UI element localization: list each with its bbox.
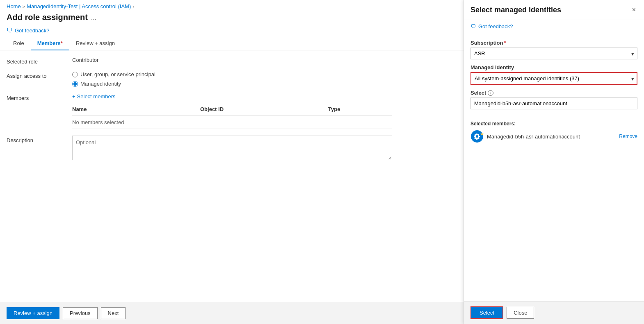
breadcrumb-sep-2: › [132,4,134,9]
feedback-bar[interactable]: 🗨 Got feedback? [0,25,464,37]
col-name: Name [72,104,200,114]
subscription-select[interactable]: ASR [470,48,637,59]
subscription-select-wrapper: ASR [470,48,637,59]
selected-members-title: Selected members: [470,121,637,127]
select-members-link[interactable]: + Select members [72,93,457,100]
radio-user-group-label: User, group, or service principal [80,71,155,77]
tab-members[interactable]: Members* [31,37,69,50]
radio-user-group-input[interactable] [72,72,78,77]
radio-managed-identity[interactable]: Managed identity [72,81,457,87]
panel-close-btn[interactable]: Close [507,307,534,319]
panel-select-button[interactable]: Select [470,306,503,319]
assign-access-row: Assign access to User, group, or service… [7,71,457,87]
members-label: Members [7,93,72,101]
selected-role-row: Selected role Contributor [7,57,457,65]
breadcrumb-home[interactable]: Home [7,3,21,9]
radio-user-group[interactable]: User, group, or service principal [72,71,457,77]
description-input[interactable] [72,136,392,160]
breadcrumb: Home > ManagedIdentity-Test | Access con… [0,0,464,11]
panel-header: Select managed identities × [464,0,644,20]
panel-feedback-label: Got feedback? [478,23,513,29]
assign-access-label: Assign access to [7,71,72,79]
breadcrumb-sep-1: > [23,4,25,9]
managed-identity-select[interactable]: All system-assigned managed identities (… [470,72,637,85]
description-label: Description [7,136,72,143]
members-row: Members + Select members Name Object ID … [7,93,457,129]
main-footer: Review + assign Previous Next [0,302,464,324]
right-panel: Select managed identities × 🗨 Got feedba… [464,0,644,324]
assign-access-options: User, group, or service principal Manage… [72,71,457,87]
panel-feedback[interactable]: 🗨 Got feedback? [464,20,644,33]
panel-body: Subscription * ASR Managed identity All … [464,33,644,301]
description-row: Description [7,136,457,161]
subscription-label: Subscription * [470,40,637,46]
next-button[interactable]: Next [101,307,126,319]
radio-managed-identity-input[interactable] [72,81,78,87]
panel-feedback-icon: 🗨 [470,23,476,29]
member-name: Managedid-b5h-asr-automationaccount [487,134,616,140]
members-value: + Select members Name Object ID Type No … [72,93,457,129]
radio-managed-identity-label: Managed identity [80,81,121,87]
tab-role[interactable]: Role [7,37,31,50]
page-dots-menu[interactable]: ... [91,14,96,21]
members-table: Name Object ID Type No members selected [72,103,392,129]
selected-members-section: Selected members: Managedid-b5h-asr-auto… [470,116,637,143]
panel-close-button[interactable]: × [630,5,637,15]
breadcrumb-iam[interactable]: ManagedIdentity-Test | Access control (I… [27,3,131,9]
feedback-icon: 🗨 [7,27,12,34]
remove-member-link[interactable]: Remove [619,134,637,139]
managed-identity-select-wrapper: All system-assigned managed identities (… [470,72,637,85]
col-type: Type [328,104,392,114]
select-search-input[interactable] [470,97,637,109]
page-title: Add role assignment [7,13,88,22]
description-value [72,136,457,161]
tab-bar: Role Members* Review + assign [0,37,464,50]
table-header: Name Object ID Type [72,103,392,116]
svg-point-0 [471,130,483,143]
form-content: Selected role Contributor Assign access … [0,50,464,302]
selected-role-value: Contributor [72,57,457,63]
member-gear-icon [470,130,484,143]
feedback-label: Got feedback? [15,27,50,34]
tab-review-assign[interactable]: Review + assign [69,37,121,50]
col-object-id: Object ID [200,104,328,114]
page-header: Add role assignment ... [0,11,464,25]
managed-identity-label: Managed identity [470,64,637,70]
selected-member-item: Managedid-b5h-asr-automationaccount Remo… [470,130,637,143]
select-members-text: Select members [77,93,116,100]
panel-title: Select managed identities [470,6,561,14]
select-members-plus: + [72,93,75,100]
selected-role-label: Selected role [7,57,72,65]
table-empty-message: No members selected [72,116,392,129]
panel-footer: Select Close [464,301,644,324]
select-info-icon[interactable]: i [488,90,493,96]
previous-button[interactable]: Previous [63,307,98,319]
subscription-required-star: * [504,40,506,46]
select-field-label: Select i [470,90,637,96]
assign-radio-group: User, group, or service principal Manage… [72,71,457,87]
review-assign-button[interactable]: Review + assign [7,307,59,319]
